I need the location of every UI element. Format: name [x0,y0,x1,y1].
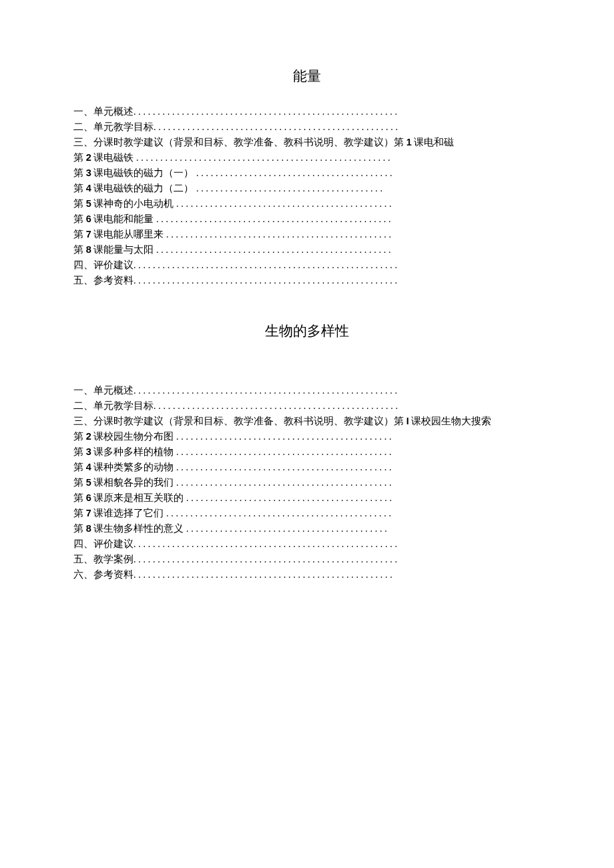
toc-entry-prefix: 第 [73,152,86,163]
toc-entry-leader: . . . . . . . . . . . . . . . . . . . . … [154,400,398,411]
toc-entry-prefix: 第 [73,198,86,209]
toc-entry-prefix: 四、评价建议 [73,260,133,270]
toc-entry-suffix: 课原来是相互关联的 [91,492,186,503]
toc-entry-prefix: 第 [73,508,86,518]
toc-entry: 第 7 课谁选择了它们 . . . . . . . . . . . . . . … [73,506,541,521]
toc-entry-leader: . . . . . . . . . . . . . . . . . . . . … [133,106,397,117]
toc-entry: 五、教学案例. . . . . . . . . . . . . . . . . … [73,552,541,567]
toc-entry-leader: . . . . . . . . . . . . . . . . . . . . … [133,385,397,396]
toc-entry-number: 2 [86,152,91,163]
toc-entry-leader: . . . . . . . . . . . . . . . . . . . . … [136,152,390,163]
toc-entry-leader: . . . . . . . . . . . . . . . . . . . . … [196,167,392,178]
toc-biodiversity: 一、单元概述. . . . . . . . . . . . . . . . . … [73,383,541,582]
toc-entry-suffix: 课电和磁 [412,137,454,147]
toc-entry-leader: . . . . . . . . . . . . . . . . . . . . … [133,554,397,564]
toc-entry: 四、评价建议. . . . . . . . . . . . . . . . . … [73,258,541,273]
toc-entry-prefix: 三、分课时教学建议（背景和目标、教学准备、教科书说明、教学建议）第 [73,137,406,147]
toc-entry-number: 8 [86,523,91,534]
toc-entry: 二、单元教学目标. . . . . . . . . . . . . . . . … [73,398,541,414]
toc-entry-leader: . . . . . . . . . . . . . . . . . . . . … [176,198,392,209]
toc-entry-suffix: 课谁选择了它们 [91,508,166,518]
toc-entry: 第 5 课神奇的小电动机 . . . . . . . . . . . . . .… [73,196,541,211]
toc-entry: 第 3 课电磁铁的磁力（一） . . . . . . . . . . . . .… [73,165,541,181]
toc-entry: 第 6 课电能和能量 . . . . . . . . . . . . . . .… [73,211,541,227]
toc-entry-suffix: 课电磁铁 [91,152,136,163]
toc-entry-suffix: 课种类繁多的动物 [91,462,176,472]
toc-entry-prefix: 一、单元概述 [73,385,133,396]
toc-energy: 一、单元概述. . . . . . . . . . . . . . . . . … [73,104,541,288]
toc-entry: 一、单元概述. . . . . . . . . . . . . . . . . … [73,383,541,398]
toc-entry-leader: . . . . . . . . . . . . . . . . . . . . … [196,183,382,193]
toc-entry-prefix: 第 [73,492,86,503]
toc-entry-number: 1 [406,137,412,147]
toc-entry-number: 5 [86,198,91,209]
toc-entry-prefix: 五、参考资料 [73,275,133,286]
toc-entry-number: 3 [86,446,91,457]
toc-entry: 第 3 课多种多样的植物 . . . . . . . . . . . . . .… [73,444,541,460]
toc-entry-suffix: 课校园生物大搜索 [409,416,492,426]
toc-entry-suffix: 课神奇的小电动机 [91,198,176,209]
toc-entry: 第 8 课能量与太阳 . . . . . . . . . . . . . . .… [73,242,541,258]
toc-entry-prefix: 五、教学案例 [73,554,133,564]
toc-entry-suffix: 课电磁铁的磁力（一） [91,167,196,178]
section-biodiversity: 生物的多样性 一、单元概述. . . . . . . . . . . . . .… [73,322,541,582]
toc-entry-number: 7 [86,229,91,240]
toc-entry-leader: . . . . . . . . . . . . . . . . . . . . … [133,538,397,549]
toc-entry-suffix: 课多种多样的植物 [91,446,176,457]
toc-entry-leader: . . . . . . . . . . . . . . . . . . . . … [156,244,391,255]
toc-entry-number: 8 [86,244,91,255]
toc-entry-number: 2 [86,431,91,442]
toc-entry-leader: . . . . . . . . . . . . . . . . . . . . … [176,462,392,472]
toc-entry: 二、单元教学目标. . . . . . . . . . . . . . . . … [73,119,541,135]
toc-entry-number: 4 [86,183,91,193]
toc-entry-leader: . . . . . . . . . . . . . . . . . . . . … [176,477,392,488]
toc-entry-leader: . . . . . . . . . . . . . . . . . . . . … [176,431,392,442]
toc-entry-number: 7 [86,508,91,518]
section-title-energy: 能量 [73,67,541,85]
toc-entry-leader: . . . . . . . . . . . . . . . . . . . . … [176,446,392,457]
toc-entry-prefix: 第 [73,213,86,224]
toc-entry-leader: . . . . . . . . . . . . . . . . . . . . … [154,121,398,132]
toc-entry-number: 6 [86,213,91,224]
toc-entry: 第 5 课相貌各异的我们 . . . . . . . . . . . . . .… [73,475,541,490]
toc-entry-prefix: 第 [73,183,86,193]
toc-entry-leader: . . . . . . . . . . . . . . . . . . . . … [133,260,397,270]
toc-entry-leader: . . . . . . . . . . . . . . . . . . . . … [186,523,387,534]
toc-entry-number: 3 [86,167,91,178]
toc-entry-prefix: 第 [73,229,86,240]
toc-entry: 四、评价建议. . . . . . . . . . . . . . . . . … [73,536,541,552]
toc-entry: 三、分课时教学建议（背景和目标、教学准备、教科书说明、教学建议）第 1 课电和磁 [73,135,541,150]
toc-entry: 第 8 课生物多样性的意义 . . . . . . . . . . . . . … [73,521,541,536]
toc-entry-prefix: 二、单元教学目标 [73,121,154,132]
toc-entry-suffix: 课相貌各异的我们 [91,477,176,488]
toc-entry: 第 2 课电磁铁 . . . . . . . . . . . . . . . .… [73,150,541,165]
toc-entry-prefix: 第 [73,477,86,488]
toc-entry-suffix: 课生物多样性的意义 [91,523,186,534]
toc-entry-number: 4 [86,462,91,472]
toc-entry-prefix: 一、单元概述 [73,106,133,117]
toc-entry: 六、参考资料. . . . . . . . . . . . . . . . . … [73,567,541,582]
section-energy: 能量 一、单元概述. . . . . . . . . . . . . . . .… [73,67,541,288]
toc-entry-suffix: 课能量与太阳 [91,244,156,255]
toc-entry: 第 4 课种类繁多的动物 . . . . . . . . . . . . . .… [73,460,541,475]
toc-entry-leader: . . . . . . . . . . . . . . . . . . . . … [133,275,397,286]
toc-entry-prefix: 第 [73,523,86,534]
toc-entry-suffix: 课电能从哪里来 [91,229,166,240]
toc-entry-prefix: 六、参考资料 [73,569,133,580]
toc-entry-leader: . . . . . . . . . . . . . . . . . . . . … [166,229,391,240]
toc-entry-number: 5 [86,477,91,488]
toc-entry-prefix: 第 [73,167,86,178]
toc-entry: 第 2 课校园生物分布图 . . . . . . . . . . . . . .… [73,429,541,444]
toc-entry: 一、单元概述. . . . . . . . . . . . . . . . . … [73,104,541,119]
toc-entry-leader: . . . . . . . . . . . . . . . . . . . . … [186,492,392,503]
toc-entry-prefix: 三、分课时教学建议（背景和目标、教学准备、教科书说明、教学建议）第 [73,416,406,426]
toc-entry-prefix: 二、单元教学目标 [73,400,154,411]
toc-entry-prefix: 第 [73,462,86,472]
toc-entry-prefix: 四、评价建议 [73,538,133,549]
section-title-biodiversity: 生物的多样性 [73,322,541,340]
toc-entry: 第 6 课原来是相互关联的 . . . . . . . . . . . . . … [73,490,541,506]
toc-entry: 三、分课时教学建议（背景和目标、教学准备、教科书说明、教学建议）第 I 课校园生… [73,414,541,429]
toc-entry-prefix: 第 [73,431,86,442]
toc-entry-leader: . . . . . . . . . . . . . . . . . . . . … [133,569,392,580]
toc-entry: 第 7 课电能从哪里来 . . . . . . . . . . . . . . … [73,227,541,242]
